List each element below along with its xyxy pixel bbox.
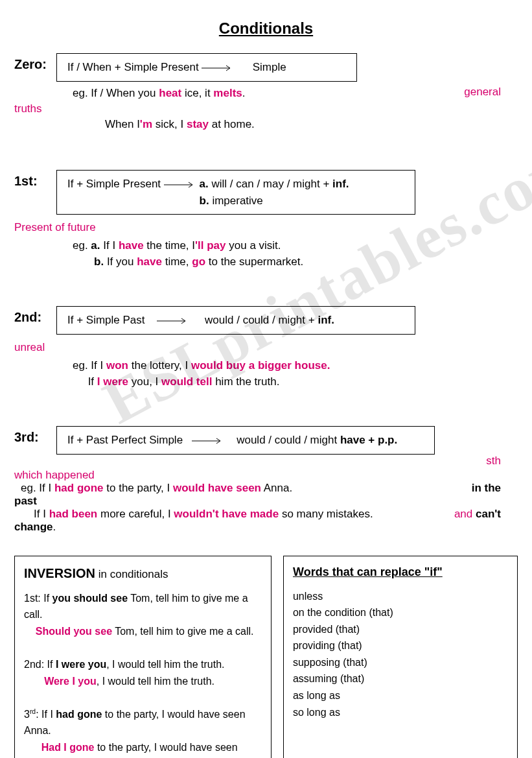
text: inf. [332, 178, 349, 190]
inversion-title: INVERSION in conditionals [24, 563, 262, 584]
text: have + p.p. [340, 434, 397, 446]
replace-item: so long as [293, 704, 508, 721]
text: him the truth. [212, 375, 279, 388]
text: to the party, I [104, 482, 173, 494]
verb-were: I were [97, 375, 128, 388]
text: at home. [209, 118, 255, 130]
text: Were I you [44, 676, 97, 687]
text: If [88, 375, 97, 388]
verb-stay: stay [187, 118, 209, 130]
verb-would-buy: would buy a bigger house. [191, 359, 330, 372]
third-tag-in-the: in the [472, 482, 501, 495]
text: eg. [73, 239, 91, 252]
section-third: 3rd: If + Past Perfect Simple would / co… [14, 426, 518, 534]
text: will / can / may / might + [209, 178, 332, 190]
replace-item: provided (that) [293, 621, 508, 638]
verb-would-have-seen: would have seen [173, 482, 261, 494]
inversion-3rd: 3rd: If I had gone to the party, I would… [24, 706, 262, 758]
verb-have2: have [137, 255, 162, 268]
replace-item: on the condition (that) [293, 604, 508, 621]
verb-heat: heat [159, 87, 181, 99]
text: imperative [209, 195, 263, 207]
section-first: 1st: If + Simple Present a. will / can /… [14, 170, 518, 270]
third-tag-change: change. [14, 521, 518, 534]
section-zero: Zero: If / When + Simple Present Simple … [14, 53, 518, 131]
text: , I would tell him the truth. [97, 676, 214, 687]
verb-am: 'm [140, 118, 152, 130]
text: inf. [318, 314, 334, 326]
replace-item: providing (that) [293, 637, 508, 654]
inversion-2nd: 2nd: If I were you, I would tell him the… [24, 656, 262, 689]
verb-have: have [119, 239, 144, 252]
replace-item: as long as [293, 687, 508, 704]
verb-melts: melts [213, 87, 242, 99]
text: eg. If I [73, 359, 106, 372]
text: a. [200, 178, 209, 190]
section-second: 2nd: If + Simple Past would / could / mi… [14, 306, 518, 390]
text: the lottery, I [128, 359, 191, 372]
text: If + Simple Present [67, 178, 161, 190]
third-example-1: eg. If I had gone to the party, I would … [21, 482, 518, 495]
verb-had-gone: had gone [54, 482, 104, 494]
text: so many mistakes. [279, 508, 373, 520]
text: can't [476, 508, 501, 520]
third-tag-which-happened: which happened [14, 469, 518, 482]
text: rd [30, 708, 36, 715]
first-tag: Present of future [14, 221, 518, 234]
text: b. [94, 255, 104, 268]
first-formula: If + Simple Present a. will / can / may … [56, 170, 415, 215]
arrow-icon [202, 64, 234, 72]
second-formula: If + Simple Past would / could / might +… [56, 306, 415, 335]
text: . [53, 521, 56, 533]
text: , I would tell him the truth. [106, 659, 224, 670]
text: Had I gone [41, 742, 95, 753]
inversion-1st: 1st: If you should see Tom, tell him to … [24, 590, 262, 640]
text: If + Past Perfect Simple [67, 434, 183, 446]
verb-won: won [106, 359, 128, 372]
replace-item: assuming (that) [293, 670, 508, 687]
text: time, [162, 255, 192, 268]
arrow-icon [192, 437, 224, 445]
text: had gone [56, 709, 102, 720]
text: I were you [56, 659, 106, 670]
replace-box: Words that can replace "if" unless on th… [283, 556, 518, 758]
text: you should see [52, 593, 128, 604]
text: Should you see [36, 626, 112, 637]
text: . [242, 87, 246, 99]
text: a. [91, 239, 100, 252]
second-examples: eg. If I won the lottery, I would buy a … [73, 358, 518, 390]
text: : If I [36, 709, 56, 720]
bottom-boxes: INVERSION in conditionals 1st: If you sh… [14, 556, 518, 758]
text: When I [105, 118, 140, 130]
text: you a visit. [226, 239, 281, 252]
text: the time, I [144, 239, 195, 252]
text: 2nd: If [24, 659, 56, 670]
third-example-2: If I had been more careful, I wouldn't h… [34, 508, 518, 521]
verb-would-tell: would tell [161, 375, 212, 388]
zero-formula: If / When + Simple Present Simple [56, 53, 357, 82]
third-tag-sth: sth [486, 455, 501, 468]
third-tag-and-cant: and can't [454, 508, 501, 521]
inversion-box: INVERSION in conditionals 1st: If you sh… [14, 556, 272, 758]
third-formula: If + Past Perfect Simple would / could /… [56, 426, 435, 455]
zero-tag-truths: truths [14, 102, 518, 115]
text: would / could / might + [205, 314, 318, 326]
text: ice, it [181, 87, 213, 99]
text: 1st: If [24, 593, 52, 604]
text: eg. If / When you [73, 87, 159, 99]
page-title: Conditionals [14, 19, 518, 38]
verb-go: go [192, 255, 205, 268]
second-tag: unreal [14, 341, 518, 354]
text: to the supermarket. [205, 255, 303, 268]
text: b. [200, 195, 209, 207]
zero-example-1: eg. If / When you heat ice, it melts. [73, 86, 518, 102]
text: more careful, I [97, 508, 174, 520]
text: If you [104, 255, 137, 268]
arrow-icon [157, 317, 189, 325]
text: sick, I [152, 118, 187, 130]
text: would / could / might [237, 434, 340, 446]
replace-item: unless [293, 588, 508, 605]
text: you, I [128, 375, 161, 388]
zero-formula-right: Simple [253, 61, 286, 73]
second-label: 2nd: [14, 306, 56, 325]
